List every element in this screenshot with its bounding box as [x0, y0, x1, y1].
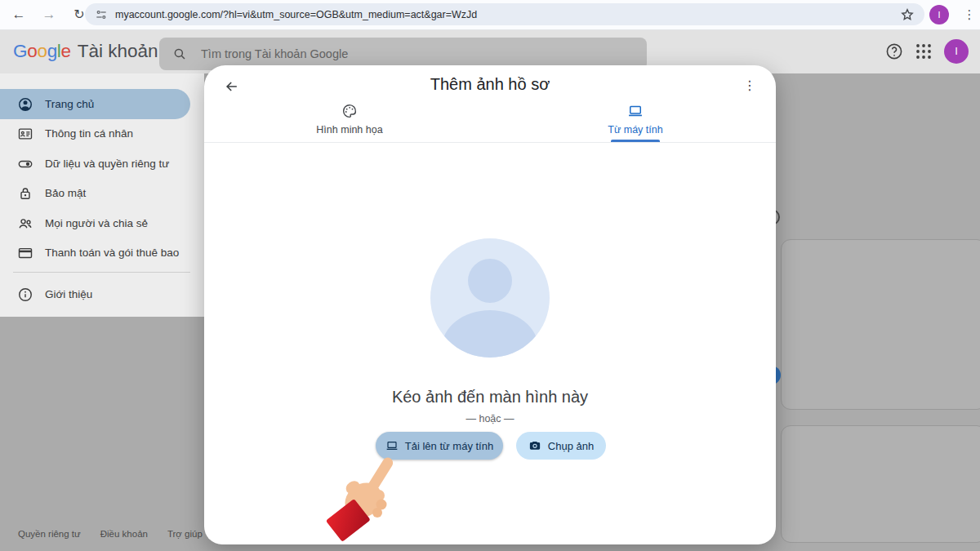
google-apps-grid-icon[interactable]: [914, 42, 933, 61]
search-icon: [172, 47, 187, 61]
sidebar-item-data-privacy[interactable]: Dữ liệu và quyền riêng tư: [0, 149, 190, 179]
search-input[interactable]: [199, 47, 562, 61]
google-account-page: Quyền riêng tư Điều khoản Trợ giúp ← → ↻…: [0, 0, 980, 551]
background-card: [781, 425, 980, 543]
credit-card-icon: [17, 245, 33, 261]
sidebar-item-payments[interactable]: Thanh toán và gói thuê bao: [0, 238, 190, 268]
browser-profile-avatar[interactable]: I: [929, 5, 949, 24]
privacy-link[interactable]: Quyền riêng tư: [18, 529, 81, 539]
add-profile-photo-dialog: Thêm ảnh hồ sơ ⋮ Hình minh họa Từ máy tí…: [204, 65, 776, 544]
people-icon: [17, 216, 33, 232]
address-bar[interactable]: myaccount.google.com/?hl=vi&utm_source=O…: [85, 3, 924, 25]
help-icon[interactable]: [884, 42, 904, 61]
info-icon: [17, 287, 33, 303]
sidebar-item-people-sharing[interactable]: Mọi người và chia sẻ: [0, 208, 190, 238]
dialog-title: Thêm ảnh hồ sơ: [204, 75, 776, 94]
terms-link[interactable]: Điều khoản: [100, 529, 148, 539]
sidebar-item-about[interactable]: Giới thiệu: [0, 279, 190, 309]
upload-from-computer-button[interactable]: Tải lên từ máy tính: [376, 432, 503, 460]
site-settings-icon[interactable]: [95, 8, 108, 21]
placeholder-shoulders: [442, 310, 538, 358]
placeholder-head: [468, 259, 512, 303]
tab-illustration[interactable]: Hình minh họa: [260, 103, 439, 136]
account-avatar[interactable]: I: [944, 39, 969, 64]
browser-back-icon[interactable]: ←: [10, 6, 28, 24]
home-account-icon: [17, 96, 33, 113]
product-name: Tài khoản: [78, 41, 158, 62]
palette-icon: [341, 103, 358, 119]
sidebar-item-personal-info[interactable]: Thông tin cá nhân: [0, 118, 190, 149]
sidebar-item-security[interactable]: Bảo mật: [0, 178, 190, 208]
tab-from-computer[interactable]: Từ máy tính: [546, 103, 725, 136]
tabs-divider: [204, 142, 776, 143]
drag-drop-instruction: Kéo ảnh đến màn hình này: [204, 388, 776, 407]
background-card: [781, 239, 980, 410]
camera-icon: [528, 439, 541, 452]
bookmark-star-icon[interactable]: [899, 7, 915, 23]
dialog-menu-icon[interactable]: ⋮: [743, 75, 756, 96]
sidebar-nav: Trang chủ Thông tin cá nhân Dữ liệu và q…: [0, 73, 204, 317]
laptop-icon: [627, 103, 644, 119]
or-separator: — hoặc —: [204, 413, 776, 424]
sidebar-divider: [13, 272, 190, 273]
google-account-logo[interactable]: Google Tài khoản: [13, 29, 158, 73]
help-link[interactable]: Trợ giúp: [167, 529, 203, 539]
browser-toolbar: ← → ↻ myaccount.google.com/?hl=vi&utm_so…: [0, 0, 980, 30]
sidebar-item-home[interactable]: Trang chủ: [0, 89, 190, 119]
url-text: myaccount.google.com/?hl=vi&utm_source=O…: [115, 9, 477, 20]
browser-forward-icon[interactable]: →: [40, 6, 58, 24]
page-footer: Quyền riêng tư Điều khoản Trợ giúp: [18, 529, 203, 539]
lock-icon: [17, 185, 33, 202]
contact-card-icon: [17, 126, 33, 142]
browser-menu-icon[interactable]: ⋮: [963, 6, 976, 24]
toggle-icon: [17, 156, 33, 172]
profile-photo-placeholder: [430, 238, 550, 358]
laptop-icon: [385, 439, 399, 452]
take-photo-button[interactable]: Chụp ảnh: [516, 432, 606, 460]
